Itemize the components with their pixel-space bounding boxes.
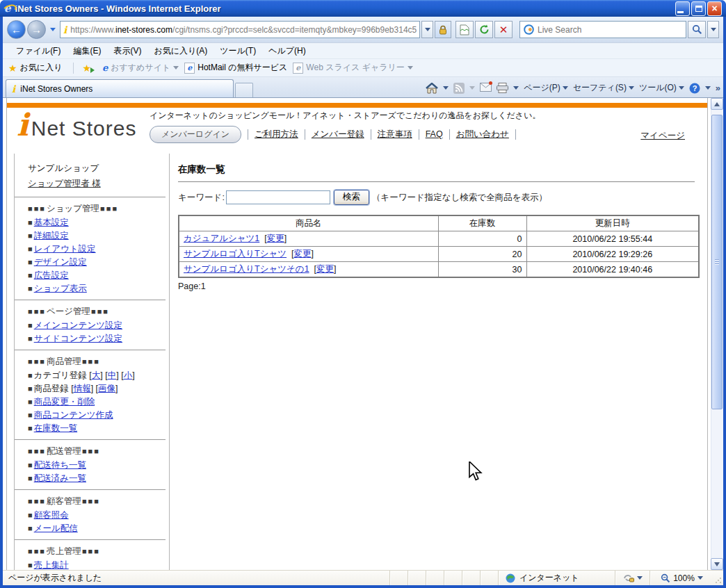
maximize-button[interactable] (691, 1, 706, 16)
stop-button[interactable]: ✕ (494, 21, 513, 38)
menu-file[interactable]: ファイル(F) (10, 43, 67, 59)
print-icon[interactable] (497, 83, 508, 93)
resize-grip[interactable] (713, 571, 723, 585)
sidebar-link[interactable]: 基本設定 (34, 218, 69, 227)
title-bar[interactable]: e iNet Stores Owners - Windows Internet … (0, 0, 726, 17)
sidebar-link[interactable]: 在庫数一覧 (34, 423, 78, 433)
status-message: ページが表示されました (3, 571, 389, 585)
stock-cell: 30 (438, 262, 526, 278)
scroll-down-button[interactable] (711, 558, 723, 570)
product-link[interactable]: サンプルロゴ入りTシャツ (184, 249, 287, 259)
forward-button[interactable]: → (27, 20, 46, 39)
product-link[interactable]: サンプルロゴ入りTシャツその1 (184, 264, 309, 274)
menu-favorites[interactable]: お気に入り(A) (147, 43, 213, 59)
webslice-gallery-button[interactable]: Web スライス ギャラリー (306, 62, 404, 74)
sidebar: サンプルショップ ショップ管理者 様 ■■■ショップ管理■■■■基本設定■詳細設… (14, 154, 166, 570)
stop-icon: ✕ (499, 24, 508, 35)
help-dropdown-icon[interactable] (705, 86, 711, 90)
member-login-button[interactable]: メンバーログイン (150, 126, 241, 143)
feeds-icon[interactable] (453, 83, 465, 94)
add-favorite-icon[interactable]: ★ (82, 63, 91, 74)
sidebar-link[interactable]: 配送済み一覧 (34, 473, 86, 483)
sidebar-link[interactable]: 売上集計 (34, 560, 69, 570)
search-input[interactable] (538, 25, 682, 35)
help-icon[interactable]: ? (689, 83, 700, 94)
bullet-icon: ■ (28, 218, 33, 227)
refresh-button[interactable] (475, 21, 493, 38)
keyword-input[interactable] (226, 190, 330, 204)
sidebar-link[interactable]: 商品変更・削除 (34, 397, 95, 407)
sidebar-link[interactable]: レイアウト設定 (34, 244, 96, 254)
home-icon[interactable] (426, 83, 438, 94)
minimize-button[interactable] (675, 1, 690, 16)
sidebar-link[interactable]: 詳細設定 (34, 231, 69, 240)
sidebar-link[interactable]: メインコンテンツ設定 (34, 320, 122, 330)
search-button[interactable] (688, 21, 706, 38)
sidebar-bracket-link[interactable]: 大 (92, 370, 101, 380)
sidebar-bracket-link[interactable]: 小 (124, 370, 133, 380)
tools-menu-button[interactable]: ツール(O) (639, 82, 684, 94)
contact-link[interactable]: お問い合わせ (456, 129, 509, 140)
notice-link[interactable]: 注意事項 (378, 129, 412, 140)
overflow-chevron[interactable]: » (716, 83, 720, 93)
sidebar-link[interactable]: 商品コンテンツ作成 (34, 410, 113, 420)
compatibility-view-button[interactable] (455, 21, 474, 38)
page-menu-button[interactable]: ページ(P) (524, 82, 568, 94)
sidebar-link[interactable]: ショップ表示 (34, 284, 87, 293)
menu-view[interactable]: 表示(V) (107, 43, 147, 59)
live-search-box[interactable] (519, 21, 686, 38)
change-link[interactable]: 変更 (267, 234, 284, 243)
sidebar-link[interactable]: メール配信 (34, 523, 78, 533)
stock-cell: 20 (438, 247, 526, 262)
sidebar-link[interactable]: 配送待ち一覧 (34, 460, 86, 470)
arrow-up-icon (714, 102, 720, 106)
vertical-scrollbar[interactable] (711, 98, 723, 570)
protected-mode-button[interactable] (615, 571, 650, 585)
usage-guide-link[interactable]: ご利用方法 (255, 129, 298, 140)
home-dropdown-icon[interactable] (443, 86, 449, 90)
stock-cell: 0 (438, 231, 526, 247)
mypage-link[interactable]: マイページ (640, 130, 685, 142)
tab-inet-stores-owners[interactable]: i iNet Stores Owners (6, 79, 234, 97)
menu-edit[interactable]: 編集(E) (67, 43, 107, 59)
sidebar-link[interactable]: サイドコンテンツ設定 (34, 334, 122, 343)
shop-manager-link[interactable]: ショップ管理者 様 (28, 178, 101, 190)
sidebar-link[interactable]: 顧客照会 (34, 510, 69, 520)
bullet-icon: ■ (28, 511, 33, 519)
zoom-control[interactable]: 100% (650, 571, 713, 585)
faq-link[interactable]: FAQ (426, 129, 443, 139)
new-tab-button[interactable] (235, 83, 253, 97)
address-field[interactable]: i https://www.inet-stores.com/cgi/tnsms.… (60, 21, 420, 38)
hotmail-link[interactable]: HotMail の無料サービス (197, 62, 287, 74)
history-dropdown-icon[interactable] (50, 28, 56, 31)
sidebar-bracket-link[interactable]: 中 (108, 370, 117, 380)
safety-menu-button[interactable]: セーフティ(S) (573, 82, 634, 94)
search-submit-button[interactable]: 検索 (334, 190, 369, 205)
product-link[interactable]: カジュアルシャツ1 (184, 234, 259, 243)
address-dropdown-button[interactable] (421, 21, 433, 38)
sidebar-bracket-link[interactable]: 画像 (98, 384, 115, 393)
scroll-up-button[interactable] (711, 98, 723, 110)
sidebar-divider (15, 300, 166, 300)
sidebar-bracket-link[interactable]: 情報 (74, 384, 91, 393)
change-link[interactable]: 変更 (316, 264, 334, 274)
print-dropdown-icon[interactable] (513, 86, 519, 90)
sidebar-link[interactable]: 広告設定 (34, 270, 69, 280)
suggested-sites-button[interactable]: おすすめサイト (111, 62, 170, 74)
favorites-button[interactable]: お気に入り (20, 62, 63, 74)
member-register-link[interactable]: メンバー登録 (312, 129, 364, 140)
scrollbar-thumb[interactable] (711, 115, 723, 409)
security-lock-icon[interactable] (435, 21, 451, 38)
search-dropdown-button[interactable] (707, 21, 719, 38)
minimize-icon (677, 11, 684, 13)
back-button[interactable]: ← (7, 20, 26, 39)
sidebar-link[interactable]: デザイン設定 (34, 257, 87, 267)
close-button[interactable]: × (707, 1, 722, 16)
bracket: 変更 (264, 234, 287, 243)
menu-tools[interactable]: ツール(T) (213, 43, 262, 59)
zone-label: インターネット (519, 572, 579, 584)
menu-help[interactable]: ヘルプ(H) (262, 43, 312, 59)
bracket: 変更 (291, 249, 314, 259)
change-link[interactable]: 変更 (294, 249, 312, 259)
read-mail-icon[interactable] (480, 83, 492, 94)
